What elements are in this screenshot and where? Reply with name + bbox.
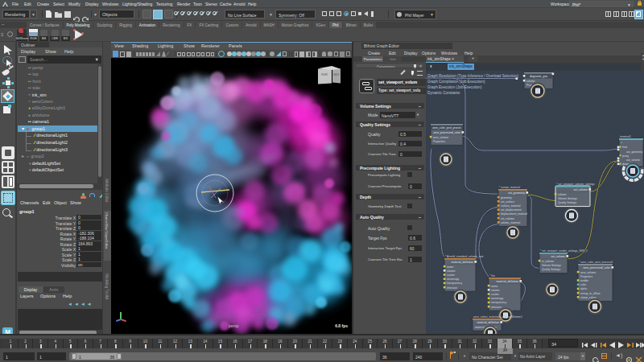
svg-text:out_volume: out_volume — [551, 255, 565, 258]
svg-text:aero_processed_color: aero_processed_color — [433, 131, 460, 134]
svg-text:anisotropy: anisotropy — [447, 278, 460, 281]
svg-text:aero_processed_color: aero_processed_color — [583, 266, 610, 269]
svg-text:volume: volume — [526, 80, 535, 83]
svg-text:Dynamic Constants:: Dynamic Constants: — [427, 91, 460, 95]
svg-text:* assign_material: * assign_material — [499, 186, 520, 189]
svg-text:+: + — [621, 141, 622, 144]
svg-text:Volume Settings: Volume Settings — [558, 197, 577, 200]
svg-text:name: name — [447, 265, 453, 269]
svg-text:Graph Execution (Job Execution: Graph Execution (Job Execution) — [427, 85, 482, 89]
svg-text:Volume Settings: Volume Settings — [542, 264, 561, 267]
svg-text:Properties: Properties — [580, 275, 592, 278]
svg-text:aero_volume: aero_volume — [580, 271, 596, 274]
svg-text:Properties: Properties — [433, 140, 445, 143]
svg-text:surface_material: surface_material — [501, 204, 521, 208]
svg-text:aero_color_post_proces: aero_color_post_proces — [432, 126, 461, 130]
svg-text:displacement_material: displacement_material — [501, 212, 527, 216]
svg-text:* aero_color_post_process2: * aero_color_post_process2 — [579, 261, 613, 264]
svg-text:out_geometry: out_geometry — [508, 191, 525, 195]
svg-text:volume: volume — [491, 289, 500, 292]
svg-text:diagnostic_geo: diagnostic_geo — [530, 75, 547, 78]
svg-text:emission: emission — [491, 306, 502, 309]
svg-text:* fire: * fire — [489, 274, 495, 278]
svg-text:out_geometry: out_geometry — [626, 150, 643, 154]
svg-text:scatter: scatter — [491, 293, 500, 296]
svg-text:name: name — [491, 285, 497, 288]
svg-text:volume: volume — [558, 193, 567, 196]
svg-text:proxy: proxy — [622, 154, 629, 158]
svg-text:material_definition: material_definition — [477, 321, 499, 324]
svg-text:* Arnold_standard_volume_mat: * Arnold_standard_volume_mat — [445, 255, 483, 258]
svg-text:anisotropy: anisotropy — [491, 297, 504, 300]
svg-text:volume_material: volume_material — [501, 221, 520, 224]
svg-text:transparency: transparency — [491, 301, 506, 304]
svg-text:geometry: geometry — [501, 196, 512, 200]
svg-text:aero_volume: aero_volume — [433, 136, 448, 139]
svg-text:Quality Settings: Quality Settings — [558, 201, 576, 204]
svg-text:remap_to_uRate: remap_to_uRate — [580, 292, 601, 295]
svg-text:terminal1: terminal1 — [620, 135, 631, 138]
svg-text:final: final — [622, 146, 627, 149]
svg-text:* set_viewport_volume_settings: * set_viewport_volume_settings — [556, 183, 595, 186]
svg-text:scatter: scatter — [447, 274, 456, 277]
svg-text:material_definition: material_definition — [451, 261, 473, 264]
svg-text:transparency: transparency — [447, 282, 462, 285]
svg-text:color: color — [580, 283, 587, 286]
svg-text:Graph Resolution (Type Inferen: Graph Resolution (Type Inference / Overl… — [427, 74, 519, 78]
svg-text:aero_colors_materials_aSignedV: aero_colors_materials_aSignedVolume1 — [473, 315, 522, 319]
svg-text:set_volume: set_volume — [501, 217, 514, 220]
svg-text:* set_viewport_render_settings: * set_viewport_render_settings_WIP_2 — [540, 249, 588, 253]
svg-text:emission: emission — [447, 286, 457, 290]
svg-text:set_surface: set_surface — [501, 200, 514, 204]
svg-text:set_displacement: set_displacement — [501, 208, 522, 212]
svg-text:out_volume: out_volume — [626, 158, 640, 162]
svg-text:out_volume: out_volume — [573, 188, 588, 191]
svg-text:volume: volume — [447, 269, 456, 273]
svg-text:Quality Settings: Quality Settings — [542, 268, 560, 271]
svg-text:material_definition: material_definition — [496, 280, 518, 283]
svg-text:Graph Compilation (Job Executi: Graph Compilation (Job Execution) — [427, 80, 485, 84]
svg-text:enable: enable — [580, 279, 588, 282]
svg-text:in_volume: in_volume — [542, 260, 554, 263]
svg-text:alpha: alpha — [580, 287, 587, 290]
